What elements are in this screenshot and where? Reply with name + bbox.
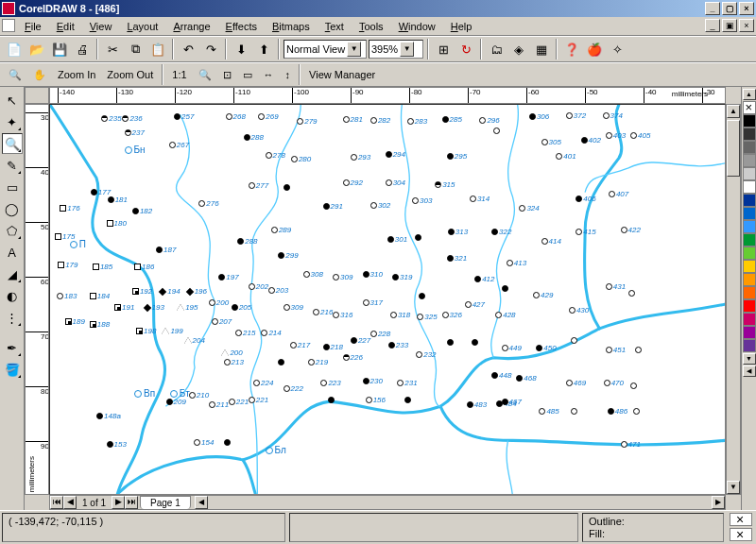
mdi-restore-button[interactable]: ▣ [722, 19, 737, 32]
color-swatch[interactable] [743, 273, 756, 286]
color-swatch[interactable] [743, 299, 756, 313]
map-point[interactable]: 195 [177, 303, 198, 312]
map-point[interactable]: 148a [96, 412, 121, 420]
menu-window[interactable]: Window [391, 19, 443, 34]
map-point[interactable]: 318 [390, 311, 410, 319]
map-point[interactable]: 224 [253, 379, 273, 387]
map-point[interactable]: 299 [278, 251, 298, 260]
map-point[interactable]: 197 [218, 273, 238, 281]
drawing-canvas[interactable]: 2362352572372672682692882792782802812822… [49, 104, 726, 495]
map-point[interactable]: 196 [187, 287, 207, 296]
zoom-height-button[interactable]: ↕ [281, 65, 296, 84]
map-point[interactable]: 282 [370, 116, 390, 125]
menu-file[interactable]: File [17, 19, 49, 34]
map-point[interactable]: 280 [291, 155, 311, 163]
color-swatch[interactable] [743, 339, 756, 352]
no-color-swatch[interactable] [743, 101, 756, 114]
mdi-close-button[interactable]: × [739, 19, 754, 32]
map-point[interactable]: 296 [479, 116, 499, 125]
color-swatch[interactable] [743, 141, 756, 154]
prev-page-button[interactable]: ◀ [63, 496, 77, 509]
map-point[interactable]: 209 [166, 398, 186, 406]
minimize-button[interactable]: _ [705, 2, 720, 15]
map-point[interactable]: 283 [407, 117, 427, 126]
map-point[interactable] [328, 396, 335, 404]
mdi-minimize-button[interactable]: _ [705, 19, 720, 32]
palette-scroll-up[interactable]: ▲ [743, 89, 756, 100]
map-point[interactable]: 153 [107, 440, 127, 449]
map-point[interactable]: 291 [323, 202, 343, 211]
map-point[interactable]: 278 [266, 151, 285, 160]
new-button[interactable]: 📄 [4, 39, 25, 60]
interactive-transparency-tool[interactable]: ◐ [2, 285, 23, 306]
map-point[interactable]: 485 [539, 407, 558, 416]
map-point[interactable]: 222 [284, 384, 303, 393]
map-point[interactable]: 236 [122, 114, 142, 123]
map-point[interactable]: 412 [474, 275, 494, 283]
map-point[interactable]: 310 [363, 270, 383, 279]
zoom-tool-icon[interactable]: 🔍 [4, 65, 26, 84]
zoom-tool[interactable]: 🔍 [2, 133, 23, 154]
map-point[interactable]: 176 [60, 204, 79, 212]
interactive-blend-tool[interactable]: ⋮ [2, 307, 23, 328]
map-point[interactable]: 257 [174, 112, 194, 121]
zoom-width-button[interactable]: ↔ [259, 65, 279, 84]
map-point[interactable]: 428 [495, 311, 515, 319]
map-point[interactable]: 204 [184, 336, 205, 345]
map-point[interactable]: 200 [209, 298, 229, 307]
map-point[interactable]: 183 [57, 292, 77, 300]
map-point[interactable]: 179 [58, 261, 77, 269]
menu-help[interactable]: Help [443, 19, 480, 34]
map-point[interactable]: 200 [221, 348, 242, 357]
map-point[interactable]: 301 [387, 235, 407, 244]
map-point[interactable] [493, 127, 501, 135]
map-point[interactable]: 430 [569, 306, 589, 314]
map-point[interactable]: 322 [491, 228, 511, 236]
symbols-button[interactable]: ◈ [508, 39, 529, 60]
map-point[interactable]: 216 [313, 308, 333, 316]
map-point[interactable]: 314 [470, 195, 490, 203]
map-point[interactable]: 302 [370, 201, 390, 210]
whats-this-button[interactable]: ✧ [607, 39, 627, 60]
menu-text[interactable]: Text [318, 19, 352, 34]
map-point[interactable]: 468 [516, 374, 536, 382]
map-point[interactable]: 202 [249, 282, 268, 291]
map-point[interactable]: 326 [442, 311, 462, 319]
undo-button[interactable]: ↶ [178, 39, 198, 60]
document-icon[interactable] [2, 19, 15, 32]
horizontal-scrollbar[interactable]: ◀ ▶ [195, 496, 725, 509]
maximize-button[interactable]: ▢ [722, 2, 737, 15]
map-point[interactable]: 317 [363, 298, 383, 307]
map-point[interactable]: 303 [412, 196, 432, 205]
map-point[interactable]: 294 [386, 150, 405, 159]
chevron-down-icon[interactable]: ▼ [400, 42, 414, 57]
map-point[interactable]: 235 [101, 114, 121, 123]
map-point[interactable]: 451 [606, 346, 626, 354]
color-swatch[interactable] [743, 313, 756, 326]
map-point[interactable]: 221 [229, 398, 249, 406]
ruler-origin[interactable] [25, 87, 49, 104]
scroll-up-button[interactable]: ▲ [727, 105, 740, 118]
map-point[interactable]: 401 [556, 152, 576, 161]
open-button[interactable]: 📂 [26, 39, 47, 60]
corel-tutor-button[interactable]: 🍎 [584, 39, 605, 60]
fill-tool[interactable]: 🪣 [2, 359, 23, 380]
export-button[interactable]: ⬆ [253, 39, 274, 60]
map-point[interactable] [635, 346, 643, 354]
last-page-button[interactable]: ⏭ [125, 496, 138, 509]
map-point[interactable]: 427 [465, 300, 485, 309]
help-button[interactable]: ❓ [561, 39, 582, 60]
zoom-out-button[interactable]: Zoom Out [102, 65, 158, 84]
map-point[interactable]: 414 [541, 237, 561, 246]
map-point[interactable]: 187 [156, 246, 176, 254]
rectangle-tool[interactable]: ▭ [2, 177, 23, 197]
map-point[interactable] [571, 407, 578, 416]
scripts-button[interactable]: ▦ [531, 39, 552, 60]
map-point[interactable]: 293 [351, 153, 370, 162]
map-point[interactable]: 269 [258, 112, 278, 121]
color-swatch[interactable] [743, 286, 756, 299]
close-button[interactable]: × [739, 2, 754, 15]
color-swatch[interactable] [743, 220, 756, 233]
map-point[interactable]: 288 [237, 237, 257, 246]
map-point[interactable]: 324 [519, 204, 539, 212]
